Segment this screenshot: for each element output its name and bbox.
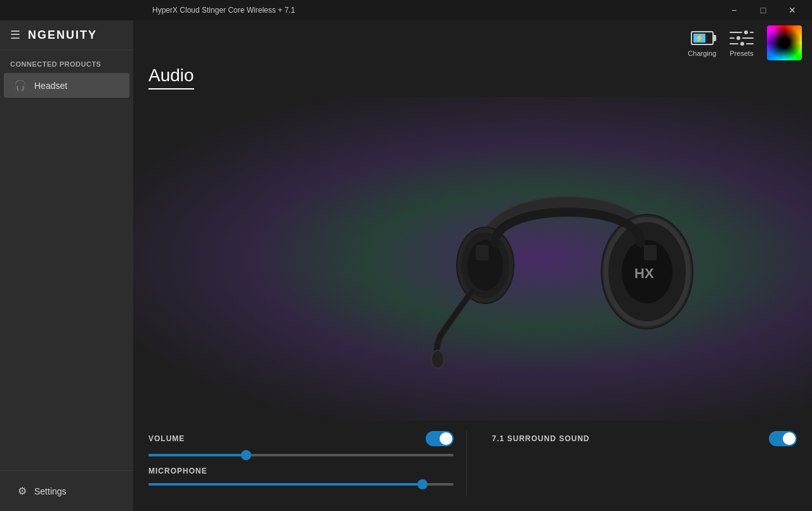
close-button[interactable]: ✕ [778,0,807,20]
title-bar: HyperX Cloud Stinger Core Wireless + 7.1… [0,0,812,20]
settings-icon: ⚙ [18,485,27,497]
volume-slider-thumb[interactable] [241,450,251,460]
volume-label: VOLUME [148,434,185,443]
volume-row: VOLUME [148,431,454,446]
sidebar-item-settings[interactable]: ⚙ Settings [8,479,126,503]
maximize-button[interactable]: □ [749,0,778,20]
surround-toggle-knob [783,432,796,445]
battery-bolt-icon: ⚡ [695,34,704,43]
microphone-label: MICROPHONE [148,467,207,475]
volume-slider-fill [148,454,246,456]
charging-label: Charging [688,50,716,57]
svg-rect-9 [476,245,488,260]
presets-icon [728,29,755,47]
charging-toolbar-item[interactable]: ⚡ Charging [688,29,716,57]
page-title: Audio [148,65,194,90]
microphone-slider-thumb[interactable] [417,479,428,489]
app-body: ☰ NGENUITY Connected Products 🎧 Headset … [0,20,812,511]
page-header: Audio [133,65,812,97]
presets-bar-3 [730,37,735,39]
volume-slider[interactable] [148,454,454,456]
headset-svg: HX [422,138,714,380]
volume-toggle-knob [440,432,452,445]
sidebar-header: ☰ NGENUITY [0,20,133,50]
presets-circle-1 [744,30,748,34]
presets-line-2 [730,36,754,40]
window-title: HyperX Cloud Stinger Core Wireless + 7.1 [0,6,295,15]
presets-line-1 [730,30,754,34]
sidebar-item-headset[interactable]: 🎧 Headset [4,73,129,98]
presets-bar-1 [730,32,742,33]
presets-bar-4 [742,37,754,39]
settings-label: Settings [34,486,67,496]
microphone-slider[interactable] [148,483,454,486]
presets-circle-2 [737,36,740,40]
surround-toggle[interactable] [769,431,797,446]
sidebar-bottom: ⚙ Settings [0,470,133,511]
main-content: ⚡ Charging [133,20,812,511]
window-controls: − □ ✕ [719,0,807,20]
sidebar: ☰ NGENUITY Connected Products 🎧 Headset … [0,20,133,511]
surround-label: 7.1 SURROUND SOUND [492,434,590,443]
presets-line-3 [730,42,754,46]
battery-icon: ⚡ [691,31,714,45]
menu-icon[interactable]: ☰ [10,28,20,42]
controls-area: VOLUME MICROPHONE [133,421,812,511]
svg-point-8 [431,350,444,368]
presets-label: Presets [730,50,753,57]
minimize-button[interactable]: − [719,0,749,20]
app-logo: NGENUITY [28,29,97,42]
presets-toolbar-item[interactable]: Presets [729,29,754,57]
presets-bar-2 [750,32,754,33]
battery-fill: ⚡ [693,34,706,43]
volume-mic-panel: VOLUME MICROPHONE [148,431,467,496]
rainbow-thumbnail[interactable] [767,25,802,60]
mic-row: MICROPHONE [148,467,454,475]
headset-visual: HX [409,97,726,421]
headset-image-area: HX [133,97,812,421]
presets-bar-6 [746,43,754,44]
microphone-slider-fill [148,483,422,486]
sidebar-section-connected-products: Connected Products [0,50,133,73]
sidebar-headset-label: Headset [34,81,67,91]
presets-circle-3 [740,42,744,46]
volume-toggle[interactable] [426,431,454,446]
presets-bar-5 [730,43,738,44]
headset-icon: 🎧 [14,79,27,91]
surround-row: 7.1 SURROUND SOUND [492,431,797,446]
battery-icon-box: ⚡ [690,29,715,47]
svg-rect-10 [644,245,657,260]
toolbar: ⚡ Charging [133,20,812,65]
svg-text:HX: HX [634,265,654,281]
surround-panel: 7.1 SURROUND SOUND [467,431,797,496]
presets-icon-box [729,29,754,47]
